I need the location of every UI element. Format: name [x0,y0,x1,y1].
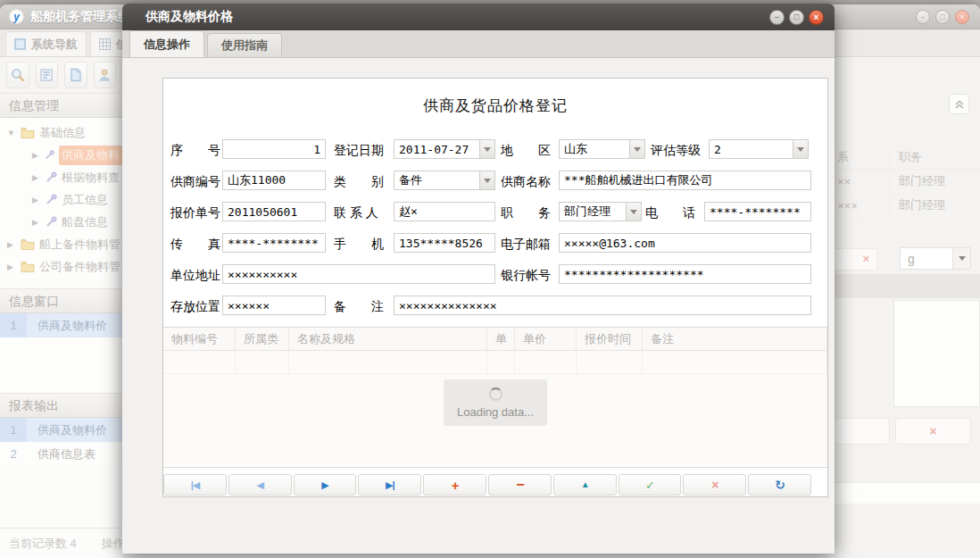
nav-edit-button[interactable]: ▲ [553,474,617,496]
search-button[interactable] [6,62,29,88]
tab-information-label: 信 [116,37,122,53]
column-header-name-spec[interactable]: 名称及规格 [289,328,487,350]
address-input[interactable]: ×××××××××× [222,264,495,284]
column-header-remark[interactable]: 备注 [643,328,827,350]
collapse-button[interactable] [949,94,969,114]
column-header-quote-time[interactable]: 报价时间 [577,328,643,350]
background-x-button[interactable]: × [895,418,971,445]
nav-prev-button[interactable]: ◀ [228,474,292,496]
tab-system-navigation[interactable]: 系统导航 [5,31,87,56]
mobile-input[interactable]: 135*****8526 [394,233,495,253]
chevron-right-icon[interactable]: ▶ [32,151,40,160]
dropdown-arrow-button[interactable] [952,248,970,269]
supplier-no-input[interactable]: 山东11000 [222,171,326,190]
tree-label[interactable]: 根据物料查 [62,170,120,186]
combo-arrow-button[interactable] [479,171,494,189]
chevron-right-icon[interactable]: ▶ [32,196,41,204]
column-header-unit-price[interactable]: 单价 [515,328,577,350]
table-row[interactable]: ××× 部门经理 [835,194,980,218]
main-minimize-button[interactable]: − [916,10,930,24]
remark-input[interactable]: ×××××××××××××× [394,296,811,315]
nav-cancel-button[interactable]: × [683,474,746,496]
chevron-right-icon[interactable]: ▶ [7,240,16,249]
column-header-unit[interactable]: 单 [487,328,515,350]
contact-input[interactable]: 赵× [394,202,495,221]
phone-input[interactable]: ****-******** [704,202,811,221]
tree-label-selected[interactable]: 供商及物料 [59,146,122,165]
nav-next-button[interactable]: ▶ [294,474,357,496]
nav-post-button[interactable]: ✓ [619,474,682,496]
tree-label[interactable]: 基础信息 [39,125,86,141]
tree-item-company-spareparts[interactable]: ▶ 公司备件物料管 [0,255,122,278]
tree-label[interactable]: 公司备件物料管 [39,259,120,275]
fax-value: ****-******** [223,237,323,250]
tree-item-query-by-material[interactable]: ▶ 根据物料查 [0,166,122,188]
tree-label[interactable]: 员工信息 [62,192,108,208]
chevron-down-icon[interactable]: ▼ [7,129,16,137]
category-combo[interactable]: 备件 [394,171,495,190]
list-item[interactable]: 2 供商信息表 [0,442,122,466]
tree-item-employee-info[interactable]: ▶ 员工信息 [0,188,122,211]
tree-item-ship-spareparts[interactable]: ▶ 船上备件物料管 [0,233,122,255]
reg-date-combo[interactable]: 2011-07-27 [394,139,495,159]
chevron-right-icon[interactable]: ▶ [32,173,41,182]
combo-arrow-button[interactable] [626,203,641,221]
column-header-category[interactable]: 所属类 [236,328,289,350]
grid-navigator: |◀ ◀ ▶ ▶| + − ▲ ✓ × ↻ [163,474,811,496]
list-item[interactable]: 1 供商及物料价 [0,313,122,337]
tab-info-operation[interactable]: 信息操作 [129,30,204,57]
combo-arrow-button[interactable] [629,140,644,158]
nav-delete-button[interactable]: − [488,474,552,496]
tree-item-base-info[interactable]: ▼ 基础信息 [0,121,122,144]
quote-no-input[interactable]: 2011050601 [222,202,326,221]
field-label-supplier-no: 供商编号 [170,174,220,190]
background-button[interactable] [835,418,890,445]
modal-close-button[interactable]: × [809,10,824,25]
combo-arrow-button[interactable] [479,140,494,158]
table-row[interactable]: ×× 部门经理 [835,170,980,194]
nav-refresh-button[interactable]: ↻ [748,474,811,496]
serial-input[interactable]: 1 [222,139,326,159]
main-maximize-button[interactable]: □ [935,10,950,24]
nav-first-button[interactable]: |◀ [163,474,227,496]
rating-value: 2 [710,143,793,156]
quote-no-value: 2011050601 [223,205,302,219]
tree-label[interactable]: 船上备件物料管 [39,237,120,253]
modal-maximize-button[interactable]: □ [789,10,804,25]
main-close-button[interactable]: × [955,10,969,24]
column-header[interactable]: 系 [835,146,890,169]
tree-item-supplier-material[interactable]: ▶ 供商及物料 [0,144,122,166]
nav-last-button[interactable]: ▶| [358,474,421,496]
user-button[interactable] [94,62,117,88]
region-combo[interactable]: 山东 [559,139,645,159]
supplier-name-input[interactable]: ***船舶机械进出口有限公司 [559,171,811,190]
column-header-material-no[interactable]: 物料编号 [163,328,236,350]
background-cancel-button[interactable]: × [835,248,877,271]
tree-label[interactable]: 船盘信息 [62,214,108,230]
document-button[interactable] [64,62,87,88]
email-input[interactable]: ×××××@163.com [559,233,811,253]
position-combo[interactable]: 部门经理 [559,202,642,221]
background-dropdown[interactable]: g [900,247,971,270]
tab-user-guide[interactable]: 使用指南 [207,33,282,57]
form-title: 供商及货品价格登记 [163,96,827,116]
edit-triangle-icon: ▲ [581,480,589,489]
report-button[interactable] [36,62,59,88]
list-item[interactable]: 1 供商及物料价 [0,418,122,442]
rating-combo[interactable]: 2 [709,139,809,159]
column-header[interactable]: 职务 [890,149,922,165]
tree-item-ship-info[interactable]: ▶ 船盘信息 [0,211,122,233]
bank-account-input[interactable]: ******************** [559,264,811,284]
tab-information[interactable]: 信 [90,31,122,56]
combo-arrow-button[interactable] [793,140,808,158]
remark-value: ×××××××××××××× [394,299,502,312]
chevron-right-icon[interactable]: ▶ [7,262,16,271]
modal-titlebar[interactable]: 供商及物料价格 [122,4,835,30]
field-label-contact: 联 系 人 [334,205,378,221]
chevron-right-icon[interactable]: ▶ [32,218,41,227]
field-label-serial: 序 号 [170,143,220,159]
storage-location-input[interactable]: ×××××× [222,296,326,315]
fax-input[interactable]: ****-******** [222,233,326,253]
modal-minimize-button[interactable]: − [769,10,785,25]
nav-insert-button[interactable]: + [423,474,486,496]
